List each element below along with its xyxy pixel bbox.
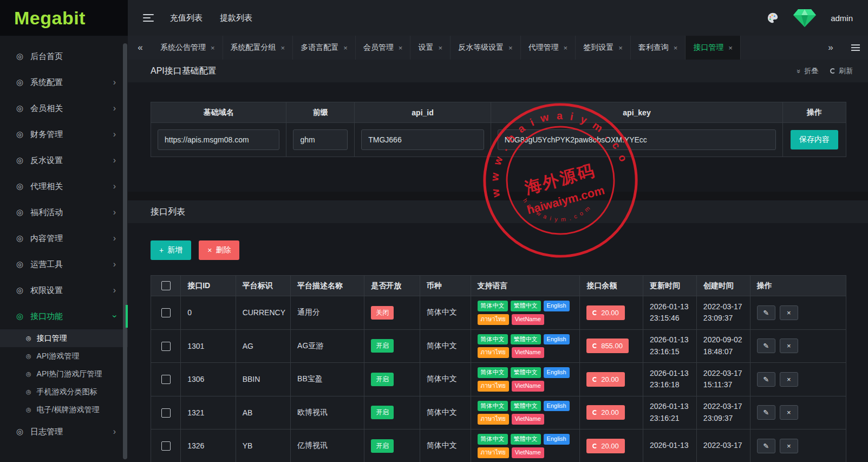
tab-close-icon[interactable]: ×: [728, 44, 733, 52]
theme-palette-icon[interactable]: [767, 12, 779, 24]
edit-row-button[interactable]: ✎: [757, 372, 775, 387]
edit-row-button[interactable]: ✎: [757, 439, 775, 453]
sidebar-subitem-label: 接口管理: [37, 334, 67, 343]
select-all-checkbox[interactable]: [161, 281, 171, 290]
tabs-scroll-right-icon[interactable]: »: [818, 36, 843, 60]
sidebar-item[interactable]: ◎代理相关›: [0, 173, 128, 199]
api-key-input[interactable]: [498, 129, 776, 150]
tab-close-icon[interactable]: ×: [618, 44, 623, 52]
row-checkbox[interactable]: [161, 375, 171, 384]
delete-row-button[interactable]: ×: [780, 372, 798, 387]
row-checkbox[interactable]: [161, 308, 171, 317]
tab-item[interactable]: 设置×: [410, 36, 451, 60]
nav-withdraw-list[interactable]: 提款列表: [220, 13, 252, 23]
balance-refresh-badge[interactable]: 20.00: [586, 372, 625, 387]
tab-close-icon[interactable]: ×: [211, 44, 215, 52]
tab-item[interactable]: 会员管理×: [356, 36, 411, 60]
list-toolbar: + 新增 × 删除: [151, 240, 846, 260]
nav-recharge-list[interactable]: 充值列表: [170, 13, 203, 23]
sidebar-subitem[interactable]: ◎电子/棋牌游戏管理: [0, 401, 128, 419]
brand-logo[interactable]: Megabit: [0, 0, 128, 36]
menu-circle-icon: ◎: [16, 233, 23, 243]
delete-button[interactable]: × 删除: [199, 240, 239, 260]
tab-close-icon[interactable]: ×: [343, 44, 348, 52]
tab-close-icon[interactable]: ×: [564, 44, 568, 52]
sidebar-subitem[interactable]: ◎API游戏管理: [0, 347, 128, 365]
tab-item[interactable]: 套利查询×: [631, 36, 686, 60]
row-checkbox[interactable]: [161, 441, 171, 451]
tab-close-icon[interactable]: ×: [281, 44, 285, 52]
gem-icon[interactable]: [793, 8, 817, 28]
balance-amount: 855.00: [601, 342, 623, 350]
save-button[interactable]: 保存内容: [791, 130, 838, 149]
sidebar-item[interactable]: ◎福利活动›: [0, 199, 128, 225]
tabs-scroll-left-icon[interactable]: «: [128, 36, 153, 60]
balance-refresh-badge[interactable]: 855.00: [586, 339, 629, 353]
tab-close-icon[interactable]: ×: [438, 44, 442, 52]
cell-created-time: 2022-03-1715:11:37: [696, 363, 750, 396]
sidebar-item[interactable]: ◎接口功能›: [0, 303, 128, 329]
panel-gap: [128, 192, 868, 200]
username[interactable]: admin: [831, 14, 853, 23]
balance-refresh-badge[interactable]: 20.00: [586, 405, 625, 420]
sidebar-item[interactable]: ◎后台首页: [0, 43, 128, 69]
sidebar-item[interactable]: ◎会员相关›: [0, 95, 128, 121]
menu-circle-icon: ◎: [26, 406, 31, 413]
tabs-menu-icon[interactable]: [843, 36, 868, 60]
chevron-icon: ›: [109, 315, 119, 317]
tab-item[interactable]: 多语言配置×: [293, 36, 356, 60]
delete-row-button[interactable]: ×: [780, 339, 798, 353]
tab-close-icon[interactable]: ×: [399, 44, 403, 52]
config-value-row: 保存内容: [151, 123, 846, 157]
language-badge: VietName: [512, 347, 544, 358]
chevron-icon: ›: [113, 181, 116, 191]
tab-item[interactable]: 系统公告管理×: [153, 36, 223, 60]
edit-row-button[interactable]: ✎: [757, 405, 775, 420]
sidebar-item[interactable]: ◎权限设置›: [0, 277, 128, 303]
collapse-button[interactable]: » 折叠: [797, 66, 818, 76]
row-checkbox[interactable]: [161, 408, 171, 418]
sidebar-toggle-icon[interactable]: [143, 14, 154, 22]
sidebar-item[interactable]: ◎系统配置›: [0, 69, 128, 95]
tab-item[interactable]: 反水等级设置×: [451, 36, 521, 60]
sidebar-item[interactable]: ◎运营工具›: [0, 251, 128, 277]
tab-close-icon[interactable]: ×: [508, 44, 513, 52]
prefix-input[interactable]: [293, 129, 348, 150]
tab-item[interactable]: 签到设置×: [576, 36, 631, 60]
tab-item[interactable]: 系统配置分组×: [223, 36, 293, 60]
cell-updated-time: 2026-01-1323:16:21: [643, 396, 697, 430]
sidebar-subitem[interactable]: ◎手机游戏分类图标: [0, 383, 128, 401]
status-badge: 开启: [371, 439, 394, 453]
api-id-input[interactable]: [361, 129, 484, 150]
list-col-header: 接口ID: [181, 276, 236, 296]
sidebar-subitem[interactable]: ◎接口管理: [0, 329, 128, 347]
add-button[interactable]: + 新增: [151, 240, 191, 260]
sidebar-item[interactable]: ◎反水设置›: [0, 147, 128, 173]
sidebar-item[interactable]: ◎内容管理›: [0, 225, 128, 251]
edit-row-button[interactable]: ✎: [757, 305, 775, 320]
refresh-button[interactable]: 刷新: [830, 66, 853, 76]
cell-created-time: 2022-03-1723:09:37: [696, 396, 750, 430]
balance-refresh-badge[interactable]: 20.00: [586, 439, 625, 453]
cell-platform-code: AB: [236, 396, 290, 430]
base-domain-input[interactable]: [158, 129, 279, 150]
delete-row-button[interactable]: ×: [780, 405, 798, 420]
menu-circle-icon: ◎: [16, 207, 23, 217]
cell-platform-name: AG亚游: [291, 329, 364, 363]
status-badge: 开启: [371, 373, 394, 386]
edit-row-button[interactable]: ✎: [757, 339, 775, 353]
row-checkbox[interactable]: [161, 342, 171, 351]
language-badge: 繁體中文: [511, 367, 541, 378]
tab-label: 会员管理: [363, 43, 394, 53]
delete-row-button[interactable]: ×: [780, 305, 798, 320]
cell-interface-id: 1301: [181, 329, 236, 363]
tab-item[interactable]: 代理管理×: [521, 36, 576, 60]
tab-item[interactable]: 接口管理×: [686, 36, 741, 60]
sidebar-scrollbar[interactable]: [123, 43, 127, 459]
sidebar-item[interactable]: ◎财务管理›: [0, 121, 128, 147]
balance-refresh-badge[interactable]: 20.00: [586, 305, 625, 320]
tab-close-icon[interactable]: ×: [674, 44, 678, 52]
sidebar-item[interactable]: ◎日志管理›: [0, 419, 128, 445]
delete-row-button[interactable]: ×: [780, 439, 798, 453]
sidebar-subitem[interactable]: ◎API热门游戏厅管理: [0, 365, 128, 383]
